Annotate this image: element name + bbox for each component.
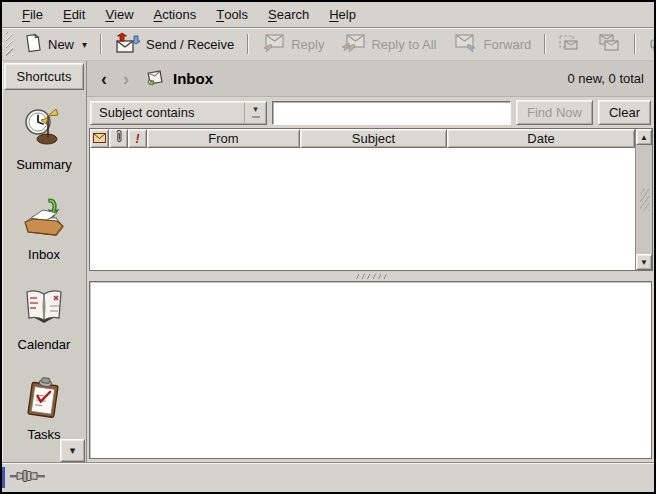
- send-receive-icon: [114, 32, 140, 57]
- toolbar-separator: [634, 34, 635, 54]
- online-status-icon[interactable]: [10, 469, 48, 486]
- menu-search[interactable]: Search: [258, 2, 319, 27]
- sidebar-item-summary[interactable]: Summary: [2, 106, 86, 172]
- sidebar-scroll-down-button[interactable]: ▾: [60, 439, 85, 462]
- sidebar-item-label: Summary: [16, 157, 72, 172]
- scroll-down-button[interactable]: ▼: [636, 254, 652, 270]
- forward-button[interactable]: Forward: [448, 29, 538, 60]
- shortcut-list: Summary: [2, 92, 86, 442]
- menu-edit[interactable]: Edit: [53, 2, 95, 27]
- sidebar-item-tasks[interactable]: Tasks: [2, 376, 86, 442]
- print-button[interactable]: [642, 28, 656, 61]
- chevron-down-icon: ▾: [82, 39, 87, 50]
- tasks-clipboard-icon: [21, 376, 67, 420]
- search-input[interactable]: [272, 101, 511, 125]
- sidebar-item-calendar[interactable]: Calendar: [2, 286, 86, 352]
- copy-message-icon: [597, 33, 621, 56]
- reply-to-all-icon: [341, 33, 365, 56]
- evolution-window: File Edit View Actions Tools Search Help…: [0, 0, 656, 494]
- combo-arrow-icon: ▾: [244, 102, 266, 124]
- statusbar: [2, 462, 654, 492]
- calendar-book-icon: [21, 286, 67, 330]
- reply-label: Reply: [291, 37, 324, 52]
- column-date[interactable]: Date: [447, 129, 635, 148]
- sidebar-item-label: Tasks: [27, 427, 60, 442]
- folder-header-bar: ‹ › Inbox 0 new, 0 total: [87, 61, 654, 97]
- column-subject[interactable]: Subject: [300, 129, 447, 148]
- column-from[interactable]: From: [147, 129, 300, 148]
- sidebar-item-label: Calendar: [18, 337, 71, 352]
- message-list-header: ! From Subject Date: [90, 129, 635, 148]
- toolbar-separator: [100, 34, 101, 54]
- reply-to-all-label: Reply to All: [371, 37, 436, 52]
- reply-to-all-button[interactable]: Reply to All: [335, 29, 442, 60]
- message-preview-pane: [89, 281, 652, 459]
- summary-clock-icon: [21, 106, 67, 150]
- splitter-grip-icon: [354, 274, 388, 279]
- message-list-body[interactable]: [90, 148, 635, 270]
- main-area: Shortcuts: [2, 61, 654, 462]
- folder-title: Inbox: [173, 70, 213, 87]
- sidebar-item-label: Inbox: [28, 247, 60, 262]
- scroll-up-button[interactable]: ▲: [636, 129, 652, 145]
- shortcuts-group-button[interactable]: Shortcuts: [4, 63, 84, 90]
- importance-icon: !: [136, 132, 140, 146]
- column-importance[interactable]: !: [128, 129, 147, 148]
- menu-tools[interactable]: Tools: [206, 2, 258, 27]
- sidebar-item-inbox[interactable]: Inbox: [2, 196, 86, 262]
- content-area: ‹ › Inbox 0 new, 0 total Subject contain…: [87, 61, 654, 462]
- move-message-icon: [558, 33, 580, 56]
- scrollbar-trough[interactable]: [636, 145, 652, 254]
- folder-message-count: 0 new, 0 total: [567, 71, 644, 86]
- inbox-tray-icon: [21, 196, 67, 240]
- menubar: File Edit View Actions Tools Search Help: [2, 2, 654, 28]
- search-bar: Subject contains ▾ Find Now Clear: [87, 97, 654, 128]
- copy-message-button[interactable]: [591, 29, 627, 60]
- menu-view[interactable]: View: [95, 2, 143, 27]
- toolbar: New ▾ Send / Receive Reply: [2, 28, 654, 61]
- message-list-scrollbar: ▲ ▼: [635, 129, 652, 270]
- message-list: ! From Subject Date ▲ ▼: [89, 128, 653, 271]
- envelope-status-icon: [93, 131, 106, 146]
- paperclip-icon: [115, 130, 123, 147]
- toolbar-grip[interactable]: [6, 32, 13, 56]
- column-mail-status[interactable]: [90, 129, 109, 148]
- new-button-label: New: [48, 37, 74, 52]
- forward-label: Forward: [484, 37, 532, 52]
- reply-button[interactable]: Reply: [255, 29, 330, 60]
- move-message-button[interactable]: [552, 29, 586, 60]
- send-receive-button[interactable]: Send / Receive: [108, 28, 240, 61]
- find-now-button[interactable]: Find Now: [516, 100, 593, 125]
- inbox-folder-icon: [145, 67, 165, 90]
- clear-button[interactable]: Clear: [598, 100, 651, 125]
- toolbar-separator: [247, 34, 248, 54]
- back-arrow-button[interactable]: ‹: [97, 70, 111, 88]
- search-filter-value: Subject contains: [91, 105, 244, 120]
- column-attachment[interactable]: [109, 129, 128, 148]
- forward-icon: [454, 33, 478, 56]
- new-button[interactable]: New ▾: [18, 29, 93, 60]
- new-document-icon: [24, 33, 42, 56]
- menu-actions[interactable]: Actions: [144, 2, 207, 27]
- menu-help[interactable]: Help: [319, 2, 366, 27]
- scrollbar-hatch: [640, 189, 649, 211]
- shortcuts-sidebar: Shortcuts: [2, 61, 87, 462]
- reply-icon: [261, 33, 285, 56]
- pane-splitter[interactable]: [87, 271, 654, 281]
- progress-indicator: [2, 467, 5, 488]
- menu-file[interactable]: File: [12, 2, 53, 27]
- send-receive-label: Send / Receive: [146, 37, 234, 52]
- search-filter-dropdown[interactable]: Subject contains ▾: [90, 101, 267, 125]
- toolbar-separator: [544, 34, 545, 54]
- print-icon: [648, 32, 656, 57]
- forward-arrow-button[interactable]: ›: [119, 70, 133, 88]
